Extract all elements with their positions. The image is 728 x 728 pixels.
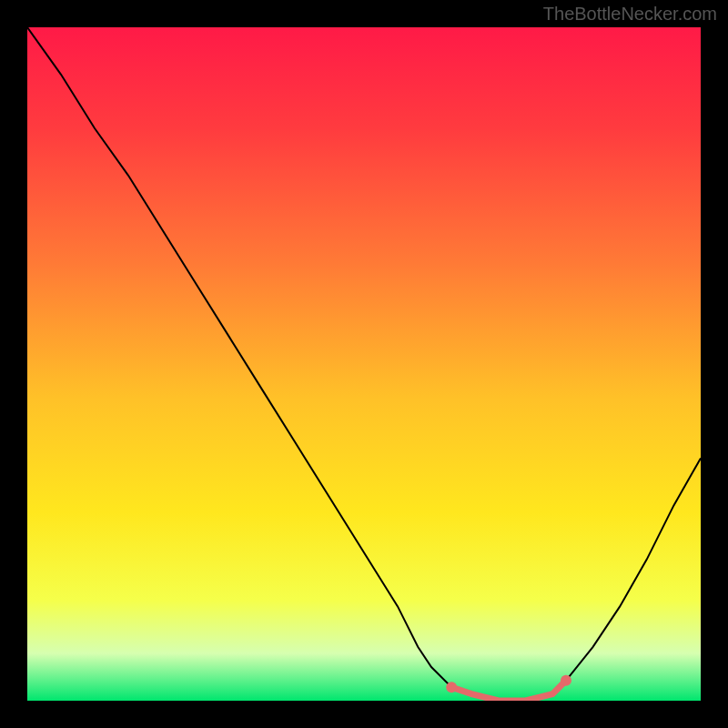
sweet-spot-endpoint — [446, 682, 457, 693]
chart-svg — [27, 27, 701, 701]
watermark-text: TheBottleNecker.com — [543, 4, 717, 25]
chart-background — [27, 27, 701, 701]
chart-area — [27, 27, 701, 701]
sweet-spot-endpoint — [561, 675, 571, 686]
